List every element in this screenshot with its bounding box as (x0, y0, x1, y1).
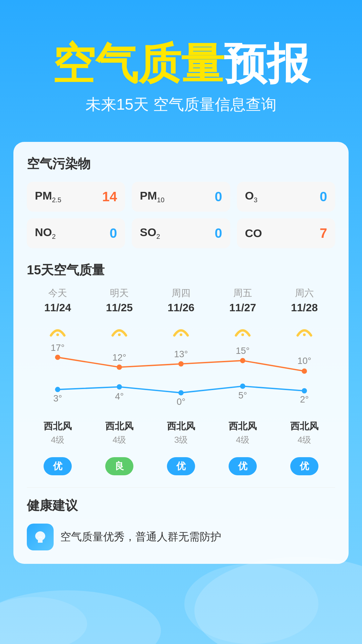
pollutant-name-pm25: PM2.5 (35, 189, 61, 204)
svg-point-25 (194, 557, 362, 644)
pollutant-value-no2: 0 (110, 226, 117, 241)
pollutant-no2: NO2 0 (27, 218, 125, 248)
temperature-chart: 17° 12° 13° 15° 10° 3° 4° 0° 5° 2° (27, 340, 335, 414)
svg-point-17 (178, 390, 184, 395)
header: 空气质量预报 未来15天 空气质量信息查询 (0, 0, 362, 128)
svg-point-27 (0, 590, 161, 644)
svg-text:17°: 17° (51, 342, 64, 353)
pollutant-pm25: PM2.5 14 (27, 182, 125, 212)
day-header-0: 今天 11/24 (27, 287, 88, 319)
quality-badge-2: 优 (150, 457, 212, 475)
svg-point-16 (117, 384, 122, 389)
pollutant-pm10: PM10 0 (132, 182, 230, 212)
svg-point-26 (184, 564, 318, 644)
weather-icons-row (27, 322, 335, 339)
pollutants-grid: PM2.5 14 PM10 0 O3 0 NO2 0 SO2 0 CO 7 (27, 182, 335, 248)
day-header-2: 周四 11/26 (150, 287, 212, 319)
wind-0: 西北风 4级 (27, 417, 88, 450)
pollutant-value-o3: 0 (320, 189, 327, 204)
svg-point-2 (180, 333, 182, 336)
svg-text:13°: 13° (174, 349, 188, 359)
svg-point-12 (178, 361, 184, 367)
main-title: 空气质量预报 (20, 40, 342, 88)
svg-text:0°: 0° (177, 396, 185, 407)
svg-text:2°: 2° (300, 394, 309, 405)
svg-point-13 (240, 358, 245, 363)
quality-badge-0: 优 (27, 457, 88, 475)
day-header-3: 周五 11/27 (212, 287, 274, 319)
subtitle: 未来15天 空气质量信息查询 (20, 94, 342, 115)
weather-icon-3 (212, 322, 274, 339)
pollutant-value-so2: 0 (215, 226, 222, 241)
forecast-headers: 今天 11/24 明天 11/25 周四 11/26 周五 11/27 周六 1… (27, 287, 335, 319)
pollutant-value-co: 7 (320, 226, 327, 241)
pollutant-name-pm10: PM10 (140, 189, 164, 204)
title-forecast: 预报 (224, 40, 310, 88)
svg-point-28 (0, 597, 87, 644)
svg-point-19 (302, 388, 307, 393)
wind-1: 西北风 4级 (88, 417, 150, 450)
svg-text:12°: 12° (112, 352, 126, 363)
health-item-0: 空气质量优秀，普通人群无需防护 (27, 524, 335, 550)
quality-badge-1: 良 (88, 457, 150, 475)
weather-icon-0 (27, 322, 88, 339)
pollutant-so2: SO2 0 (132, 218, 230, 248)
svg-point-11 (117, 365, 122, 370)
svg-text:10°: 10° (297, 356, 311, 366)
health-advice-text: 空气质量优秀，普通人群无需防护 (60, 530, 221, 544)
pollutant-value-pm10: 0 (215, 189, 222, 204)
pollutant-name-o3: O3 (245, 189, 258, 204)
forecast-title: 15天空气质量 (27, 262, 335, 279)
wind-4: 西北风 4级 (274, 417, 335, 450)
weather-icon-1 (88, 322, 150, 339)
wind-info-row: 西北风 4级 西北风 4级 西北风 3级 西北风 4级 西北风 4级 (27, 417, 335, 450)
svg-point-3 (241, 333, 244, 336)
svg-point-15 (55, 387, 60, 392)
svg-text:3°: 3° (53, 393, 62, 404)
wind-2: 西北风 3级 (150, 417, 212, 450)
quality-badge-3: 优 (212, 457, 274, 475)
svg-point-18 (240, 383, 245, 389)
quality-badge-4: 优 (274, 457, 335, 475)
pollutants-title: 空气污染物 (27, 155, 335, 172)
svg-point-1 (118, 333, 121, 336)
svg-point-14 (302, 368, 307, 374)
pollutant-o3: O3 0 (237, 182, 335, 212)
quality-badges-row: 优 良 优 优 优 (27, 457, 335, 475)
day-header-1: 明天 11/25 (88, 287, 150, 319)
health-icon (27, 524, 54, 550)
pollutant-name-no2: NO2 (35, 226, 56, 240)
svg-text:5°: 5° (238, 390, 247, 400)
svg-point-4 (303, 333, 306, 336)
pollutant-co: CO 7 (237, 218, 335, 248)
title-air: 空气质量 (52, 40, 224, 88)
pollutant-name-co: CO (245, 227, 262, 240)
svg-point-10 (55, 355, 60, 360)
svg-text:15°: 15° (236, 345, 249, 356)
pollutant-name-so2: SO2 (140, 226, 160, 240)
main-card: 空气污染物 PM2.5 14 PM10 0 O3 0 NO2 0 SO2 0 C… (13, 142, 349, 564)
svg-text:4°: 4° (115, 391, 124, 401)
weather-icon-2 (150, 322, 212, 339)
health-section: 健康建议 空气质量优秀，普通人群无需防护 (27, 487, 335, 550)
wind-3: 西北风 4级 (212, 417, 274, 450)
pollutant-value-pm25: 14 (102, 189, 117, 204)
weather-icon-4 (274, 322, 335, 339)
health-title: 健康建议 (27, 497, 335, 514)
svg-point-0 (56, 333, 59, 336)
day-header-4: 周六 11/28 (274, 287, 335, 319)
